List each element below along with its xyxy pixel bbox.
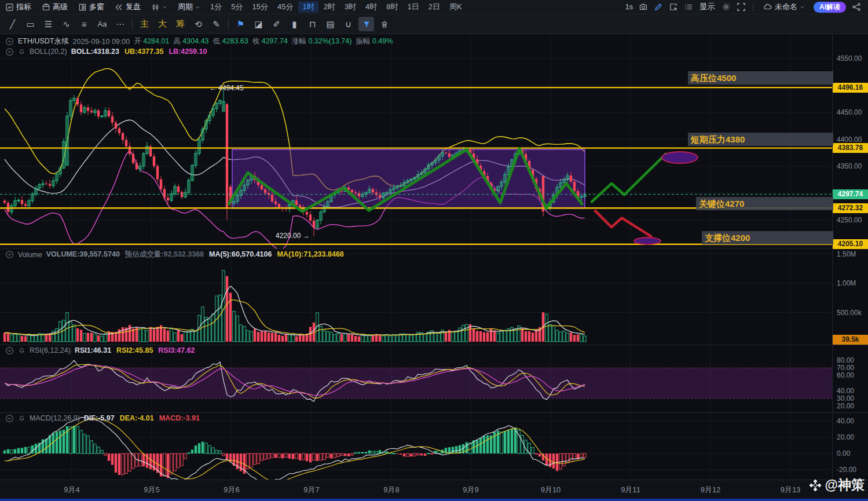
support-resistance-label[interactable]: 关键位4270 bbox=[696, 197, 833, 210]
time-axis[interactable]: 9月49月59月69月79月89月99月109月119月129月13 bbox=[0, 480, 868, 499]
layout-name-menu[interactable]: 未命名 bbox=[758, 0, 810, 14]
chevron-circle-icon bbox=[5, 37, 14, 46]
lines-tool[interactable]: ☰ bbox=[41, 17, 56, 31]
chips-mode-tool[interactable]: 筹 bbox=[173, 17, 188, 31]
axis-tick: 4350.00 bbox=[837, 162, 862, 170]
timeframe-group: 1分5分15分45分1时2时3时4时8时1日2日周K bbox=[206, 1, 467, 13]
wave-tool[interactable]: ∿ bbox=[58, 17, 74, 31]
axis-price-badge: 39.5k bbox=[833, 335, 868, 345]
period-select[interactable]: 周期 bbox=[173, 0, 206, 14]
text-tool[interactable]: Aa bbox=[94, 17, 110, 31]
lock-tool[interactable]: ⊓ bbox=[305, 17, 320, 31]
timeframe-5分[interactable]: 5分 bbox=[227, 1, 247, 13]
support-resistance-label[interactable]: 短期压力4380 bbox=[688, 133, 833, 146]
large-mode-tool[interactable]: 大 bbox=[155, 17, 170, 31]
support-resistance-label[interactable]: 高压位4500 bbox=[688, 71, 833, 85]
menu-replay[interactable]: 复盘 bbox=[109, 0, 146, 14]
ai-analysis-button[interactable]: AI解读 bbox=[814, 2, 846, 13]
object-tree-button[interactable] bbox=[682, 1, 695, 13]
chart-type-select[interactable] bbox=[146, 0, 173, 14]
display-menu[interactable]: 显示 bbox=[697, 2, 718, 12]
trash-icon bbox=[380, 20, 389, 29]
collapse-indicator-button[interactable] bbox=[5, 47, 14, 56]
menu-multiwindow-label: 多窗 bbox=[89, 2, 104, 12]
timeframe-15分[interactable]: 15分 bbox=[248, 1, 272, 13]
macd-header: MACD(12,26,9) DIF:-5.97DEA:-4.01MACD:-3.… bbox=[5, 414, 205, 423]
timeframe-1日[interactable]: 1日 bbox=[404, 1, 423, 13]
delete-tool[interactable] bbox=[376, 17, 392, 31]
diamond-logo-icon bbox=[808, 478, 822, 492]
timeframe-1时[interactable]: 1时 bbox=[298, 1, 318, 13]
volume-name[interactable]: Volume bbox=[18, 251, 42, 259]
levels-tool[interactable]: ≡ bbox=[76, 17, 92, 31]
settings-button[interactable] bbox=[719, 1, 733, 13]
collapse-rsi-button[interactable] bbox=[5, 346, 14, 355]
bell-icon[interactable] bbox=[18, 347, 25, 354]
timeframe-1分[interactable]: 1分 bbox=[206, 1, 226, 13]
pen-tool[interactable]: ✐ bbox=[269, 17, 284, 31]
pattern-tool[interactable]: ▮ bbox=[287, 17, 302, 31]
pane-divider[interactable] bbox=[0, 345, 868, 345]
price-axis[interactable]: 4550.004450.004400.004350.004250.001.50M… bbox=[833, 34, 868, 480]
rectangle-tool[interactable]: ▭ bbox=[23, 17, 38, 31]
main-mode-tool[interactable]: 主 bbox=[137, 17, 152, 31]
screenshot-button[interactable] bbox=[636, 1, 650, 13]
axis-tick: 80.00 bbox=[837, 356, 854, 364]
symbol-name[interactable]: ETH/USDT永续 bbox=[18, 36, 69, 46]
rsi-name[interactable]: RSI(6,12,24) bbox=[30, 346, 71, 354]
date-label: 9月4 bbox=[64, 485, 79, 495]
support-resistance-label[interactable]: 支撑位4200 bbox=[702, 231, 833, 244]
axis-tick: 60.00 bbox=[837, 371, 854, 379]
annotate-tool[interactable]: ✎ bbox=[208, 17, 224, 31]
timeframe-2日[interactable]: 2日 bbox=[424, 1, 444, 13]
chevron-circle-icon bbox=[5, 250, 14, 259]
macd-name[interactable]: MACD(12,26,9) bbox=[30, 414, 80, 422]
ohlc-field: 涨幅 0.32%(13.74) bbox=[292, 37, 352, 45]
bell-icon[interactable] bbox=[18, 415, 25, 422]
tick-interval-label[interactable]: 1s bbox=[623, 3, 635, 11]
date-label: 9月11 bbox=[621, 485, 640, 495]
magnet-tool[interactable]: ∪ bbox=[340, 17, 356, 31]
timeframe-45分[interactable]: 45分 bbox=[273, 1, 297, 13]
collapse-macd-button[interactable] bbox=[5, 414, 14, 423]
timeframe-4时[interactable]: 4时 bbox=[361, 1, 381, 13]
indicator-value: 预估成交量:92,532.3368 bbox=[125, 250, 204, 258]
timeframe-3时[interactable]: 3时 bbox=[340, 1, 360, 13]
collapse-volume-button[interactable] bbox=[5, 250, 14, 259]
cloud-icon bbox=[763, 2, 772, 12]
rotate-tool[interactable]: ⟲ bbox=[191, 17, 206, 31]
pane-divider[interactable] bbox=[0, 248, 868, 249]
chevron-circle-icon bbox=[5, 47, 14, 56]
axis-tick: 4550.00 bbox=[837, 54, 862, 63]
timeframe-周K[interactable]: 周K bbox=[445, 1, 466, 13]
menu-multiwindow[interactable]: 多窗 bbox=[73, 0, 109, 14]
gear-icon bbox=[721, 2, 731, 12]
timeframe-2时[interactable]: 2时 bbox=[320, 1, 339, 13]
draw-toggle-button[interactable] bbox=[651, 1, 665, 13]
trend-line-tool[interactable]: ╱ bbox=[5, 17, 20, 31]
volume-chart-canvas[interactable] bbox=[0, 248, 832, 345]
menu-advanced[interactable]: 高级 bbox=[36, 0, 73, 14]
fullscreen-button[interactable] bbox=[734, 1, 748, 13]
bookmark-tool[interactable]: ⚑ bbox=[233, 17, 248, 31]
axis-tick: 4400.00 bbox=[837, 136, 862, 144]
eraser-tool[interactable]: ◪ bbox=[251, 17, 266, 31]
ohlc-field: 收 4297.74 bbox=[252, 37, 288, 45]
indicator-value: DIF:-5.97 bbox=[84, 414, 115, 422]
indicator-value: RSI2:45.85 bbox=[116, 346, 153, 354]
add-pane-button[interactable] bbox=[666, 1, 680, 13]
share-button[interactable] bbox=[849, 1, 863, 13]
date-label: 9月9 bbox=[463, 485, 478, 495]
timeframe-8时[interactable]: 8时 bbox=[382, 1, 402, 13]
notes-tool[interactable]: ▤ bbox=[323, 17, 338, 31]
boll-name[interactable]: BOLL(20,2) bbox=[30, 47, 67, 56]
pane-divider[interactable] bbox=[0, 412, 868, 413]
filter-tool[interactable] bbox=[358, 17, 374, 31]
collapse-pane-button[interactable] bbox=[5, 37, 14, 46]
bell-icon[interactable] bbox=[18, 48, 25, 56]
menu-indicators[interactable]: 指标 bbox=[0, 0, 36, 14]
divider bbox=[132, 20, 133, 29]
more-tools[interactable]: ⋯ bbox=[112, 17, 128, 31]
indicator-value: LB:4259.10 bbox=[169, 47, 207, 56]
indicator-value: MACD:-3.91 bbox=[159, 414, 200, 422]
